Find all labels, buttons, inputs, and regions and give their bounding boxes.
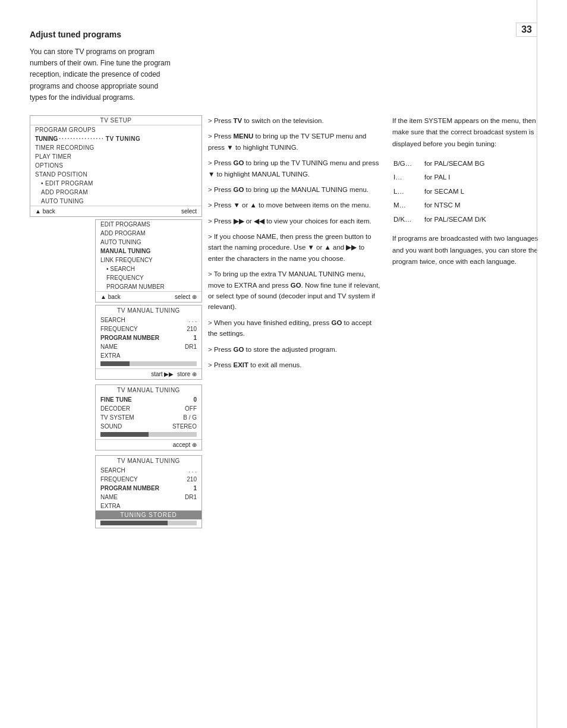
manual-row-prognum-1: PROGRAM NUMBER 1 <box>96 333 201 342</box>
menu-play-timer: PLAY TIMER <box>30 152 201 161</box>
step-2: Press MENU to bring up the TV SETUP menu… <box>208 131 380 153</box>
finetune-value: 0 <box>193 396 197 403</box>
manual-row-decoder: DECODER OFF <box>96 404 201 413</box>
extra-label-1: EXTRA <box>100 352 120 359</box>
manual-row-search-3: SEARCH . . . <box>96 466 201 475</box>
manual-row-extra-1: EXTRA <box>96 351 201 360</box>
tv-tuning-item-link: LINK FREQUENCY <box>96 256 201 264</box>
select-label-2: select ⊕ <box>175 294 197 300</box>
system-desc-m: for NTSC M <box>424 199 486 212</box>
search-value-1: . . . <box>188 317 197 323</box>
system-intro: If the item SYSTEM appears on the menu, … <box>392 115 547 150</box>
manual-footer-2: accept ⊕ <box>96 439 201 450</box>
back-label: ▲ back <box>35 208 55 215</box>
name-label-1: NAME <box>100 343 118 350</box>
progress-bar-3 <box>100 521 197 525</box>
tv-tuning-area: EDIT PROGRAMS ADD PROGRAM AUTO TUNING MA… <box>95 219 202 528</box>
menu-timer-recording: TIMER RECORDING <box>30 143 201 152</box>
manual-header-1: TV MANUAL TUNING <box>96 305 201 316</box>
dots: ················ <box>59 135 104 142</box>
right-column: If the item SYSTEM appears on the menu, … <box>380 115 547 274</box>
step-6: Press ▶▶ or ◀◀ to view your choices for … <box>208 216 380 226</box>
manual-tuning-box-2: TV MANUAL TUNING FINE TUNE 0 DECODER OFF… <box>95 385 202 450</box>
tv-tuning-item-search: • SEARCH <box>96 264 201 273</box>
progress-fill-2 <box>100 432 149 437</box>
system-code-m: M… <box>393 199 423 212</box>
manual-row-sound: SOUND STEREO <box>96 422 201 431</box>
system-row-l: L… for SECAM L <box>393 185 486 198</box>
tvsystem-label: TV SYSTEM <box>100 414 134 421</box>
left-column: TV SETUP PROGRAM GROUPS TUNING ·········… <box>30 115 202 533</box>
step-4: Press GO to bring up the MANUAL TUNING m… <box>208 184 380 195</box>
system-code-dk: D/K… <box>393 213 423 226</box>
system-code-bg: B/G… <box>393 157 423 171</box>
search-label-3: SEARCH <box>100 467 125 474</box>
manual-row-extra-3: EXTRA <box>96 502 201 510</box>
manual-footer-1: start ▶▶ store ⊕ <box>96 368 201 379</box>
freq-label-1: FREQUENCY <box>100 326 138 332</box>
tv-tuning-inline: TV TUNING <box>106 135 140 142</box>
right-notes: If the item SYSTEM appears on the menu, … <box>392 115 547 268</box>
tv-tuning-item-auto: AUTO TUNING <box>96 238 201 247</box>
manual-header-2: TV MANUAL TUNING <box>96 385 201 395</box>
prognum-value-1: 1 <box>193 335 197 341</box>
store-label: start ▶▶ store ⊕ <box>151 371 197 377</box>
step-11: Press EXIT to exit all menus. <box>208 360 380 370</box>
step-8: To bring up the extra TV MANUAL TUNING m… <box>208 269 380 313</box>
system-row-bg: B/G… for PAL/SECAM BG <box>393 157 486 171</box>
system-desc-l: for SECAM L <box>424 185 486 198</box>
page-container: 33 Adjust tuned programs You can store T… <box>0 0 567 728</box>
menu-edit-program: • EDIT PROGRAM <box>30 179 201 188</box>
section-title: Adjust tuned programs <box>30 30 537 39</box>
menu-add-program: ADD PROGRAM <box>30 188 201 197</box>
content-row: TV SETUP PROGRAM GROUPS TUNING ·········… <box>30 115 537 533</box>
steps-list: Press TV to switch on the television. Pr… <box>208 115 380 370</box>
manual-row-finetune: FINE TUNE 0 <box>96 395 201 404</box>
select-icon: ⊕ <box>192 294 197 300</box>
extra-label-3: EXTRA <box>100 503 120 509</box>
tuning-label: TUNING <box>35 135 58 142</box>
step-9: When you have finished editing, press GO… <box>208 317 380 339</box>
prognum-label-3: PROGRAM NUMBER <box>100 485 159 491</box>
system-desc-bg: for PAL/SECAM BG <box>424 157 486 171</box>
progress-fill-3 <box>100 521 168 525</box>
freq-value-1: 210 <box>187 326 197 332</box>
tv-tuning-item-add: ADD PROGRAM <box>96 229 201 238</box>
tv-setup-header: TV SETUP <box>30 116 201 125</box>
manual-tuning-box-3: TV MANUAL TUNING SEARCH . . . FREQUENCY … <box>95 455 202 528</box>
menu-stand-position: STAND POSITION <box>30 170 201 179</box>
manual-row-prognum-3: PROGRAM NUMBER 1 <box>96 484 201 493</box>
manual-row-freq-3: FREQUENCY 210 <box>96 475 201 484</box>
prognum-label-1: PROGRAM NUMBER <box>100 335 159 341</box>
step-5: Press ▼ or ▲ to move between items on th… <box>208 200 380 210</box>
store-icon: ⊕ <box>192 371 197 377</box>
manual-row-name-3: NAME DR1 <box>96 493 201 502</box>
name-value-3: DR1 <box>185 494 197 500</box>
step-7: If you choose NAME, then press the green… <box>208 231 380 264</box>
manual-row-search-1: SEARCH . . . <box>96 316 201 324</box>
system-desc-dk: for PAL/SECAM D/K <box>424 213 486 226</box>
tv-tuning-item-manual: MANUAL TUNING <box>96 247 201 256</box>
name-value-1: DR1 <box>185 343 197 350</box>
sound-label: SOUND <box>100 423 122 430</box>
language-note: If programs are broadcasted with two lan… <box>392 233 547 268</box>
tv-setup-menu: TV SETUP PROGRAM GROUPS TUNING ·········… <box>30 115 202 217</box>
system-code-l: L… <box>393 185 423 198</box>
menu-program-groups: PROGRAM GROUPS <box>30 125 201 134</box>
manual-row-tvsystem: TV SYSTEM B / G <box>96 413 201 422</box>
step-10: Press GO to store the adjusted program. <box>208 344 380 355</box>
back-label-2: ▲ back <box>100 294 121 300</box>
tv-tuning-item-edit: EDIT PROGRAMS <box>96 220 201 229</box>
tuning-stored-bar: TUNING STORED <box>96 510 201 519</box>
sound-value: STEREO <box>172 423 197 430</box>
name-label-3: NAME <box>100 494 118 500</box>
system-row-i: I… for PAL I <box>393 171 486 184</box>
freq-value-3: 210 <box>187 476 197 483</box>
decoder-value: OFF <box>185 405 197 412</box>
footer-left-1: start ▶▶ store ⊕ <box>100 371 197 377</box>
tvsystem-value: B / G <box>183 414 197 421</box>
tv-tuning-item-frequency: FREQUENCY <box>96 273 201 282</box>
accept-icon: ⊕ <box>192 442 197 448</box>
center-column: Press TV to switch on the television. Pr… <box>202 115 380 375</box>
menu-tuning: TUNING ················ TV TUNING <box>30 134 201 143</box>
